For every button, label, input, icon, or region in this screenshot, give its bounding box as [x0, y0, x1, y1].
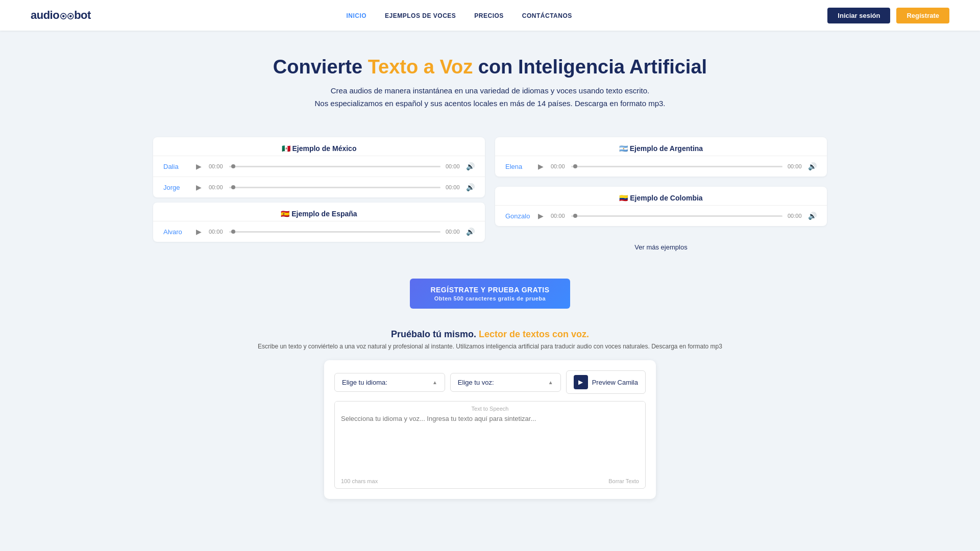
- example-espana: 🇪🇸 Ejemplo de España Alvaro ▶ 00:00 00:0…: [153, 203, 485, 242]
- dalia-time-start: 00:00: [209, 163, 224, 169]
- colombia-header: 🇨🇴 Ejemplo de Colombia: [495, 187, 827, 205]
- volume-gonzalo[interactable]: 🔊: [808, 212, 817, 220]
- elena-time-start: 00:00: [551, 163, 566, 169]
- chars-max-label: 100 chars max: [341, 478, 378, 484]
- dalia-bar[interactable]: [229, 166, 440, 167]
- audio-row-gonzalo: Gonzalo ▶ 00:00 00:00 🔊: [495, 205, 827, 226]
- logo: audio⦿⦿bot: [31, 9, 91, 22]
- voice-chevron-up-icon: ▲: [548, 380, 553, 385]
- navbar: audio⦿⦿bot INICIO EJEMPLOS DE VOCES PREC…: [0, 0, 980, 31]
- cta-section: REGÍSTRATE Y PRUEBA GRATIS Obten 500 car…: [0, 268, 980, 314]
- gonzalo-time-end: 00:00: [788, 213, 803, 219]
- voice-dalia: Dalia: [163, 163, 189, 170]
- try-title-link[interactable]: Lector de textos con voz.: [479, 329, 589, 339]
- hero-title-prefix: Convierte: [273, 56, 368, 78]
- textarea-footer: 100 chars max Borrar Texto: [335, 476, 645, 488]
- cta-label: REGÍSTRATE Y PRUEBA GRATIS: [430, 286, 549, 294]
- nav-contactanos[interactable]: CONTÁCTANOS: [522, 12, 572, 19]
- tts-textarea[interactable]: [335, 413, 645, 474]
- example-argentina: 🇦🇷 Ejemplo de Argentina Elena ▶ 00:00 00…: [495, 137, 827, 177]
- logo-bot-text: bot: [74, 9, 91, 21]
- voice-select-label: Elige tu voz:: [458, 379, 494, 386]
- voice-gonzalo: Gonzalo: [505, 212, 531, 220]
- converter-controls: Elige tu idioma: ▲ Elige tu voz: ▲ ▶ Pre…: [334, 370, 646, 394]
- examples-left: 🇲🇽 Ejemplo de México Dalia ▶ 00:00 00:00…: [153, 137, 485, 258]
- navbar-actions: Iniciar sesión Regístrate: [827, 8, 949, 23]
- try-section: Pruébalo tú mismo. Lector de textos con …: [0, 314, 980, 519]
- hero-title-highlight: Texto a Voz: [368, 56, 473, 78]
- language-select[interactable]: Elige tu idioma: ▲: [334, 373, 445, 392]
- hero-title-suffix: con Inteligencia Artificial: [473, 56, 707, 78]
- jorge-time-end: 00:00: [446, 184, 461, 190]
- converter-widget: Elige tu idioma: ▲ Elige tu voz: ▲ ▶ Pre…: [324, 360, 656, 499]
- gonzalo-bar[interactable]: [571, 215, 782, 217]
- play-elena[interactable]: ▶: [536, 162, 546, 170]
- argentina-header: 🇦🇷 Ejemplo de Argentina: [495, 137, 827, 156]
- wifi-icon: ⦿⦿: [60, 12, 74, 20]
- textarea-container: Text to Speech 100 chars max Borrar Text…: [334, 401, 646, 489]
- espana-header: 🇪🇸 Ejemplo de España: [153, 203, 485, 221]
- language-select-label: Elige tu idioma:: [342, 379, 387, 386]
- play-gonzalo[interactable]: ▶: [536, 212, 546, 220]
- nav-inicio[interactable]: INICIO: [346, 12, 366, 19]
- audio-row-elena: Elena ▶ 00:00 00:00 🔊: [495, 156, 827, 177]
- alvaro-bar[interactable]: [229, 231, 440, 233]
- preview-button[interactable]: ▶ Preview Camila: [566, 370, 646, 394]
- voice-jorge: Jorge: [163, 184, 189, 191]
- try-title-prefix: Pruébalo tú mismo.: [391, 329, 479, 339]
- try-title: Pruébalo tú mismo. Lector de textos con …: [10, 329, 970, 340]
- gonzalo-time-start: 00:00: [551, 213, 566, 219]
- examples-right: 🇦🇷 Ejemplo de Argentina Elena ▶ 00:00 00…: [495, 137, 827, 258]
- volume-dalia[interactable]: 🔊: [466, 162, 475, 170]
- register-button[interactable]: Regístrate: [896, 8, 949, 23]
- voice-elena: Elena: [505, 163, 531, 170]
- volume-elena[interactable]: 🔊: [808, 162, 817, 170]
- try-description: Escribe un texto y conviértelo a una voz…: [10, 343, 970, 350]
- textarea-label: Text to Speech: [335, 402, 645, 413]
- alvaro-time-end: 00:00: [446, 229, 461, 235]
- alvaro-time-start: 00:00: [209, 229, 224, 235]
- cta-sublabel: Obten 500 caracteres gratis de prueba: [430, 295, 549, 302]
- audio-row-alvaro: Alvaro ▶ 00:00 00:00 🔊: [153, 221, 485, 242]
- hero-subtitle2: Nos especializamos en español y sus acen…: [10, 99, 970, 108]
- examples-section: 🇲🇽 Ejemplo de México Dalia ▶ 00:00 00:00…: [133, 127, 847, 268]
- nav-links: INICIO EJEMPLOS DE VOCES PRECIOS CONTÁCT…: [346, 11, 572, 20]
- hero-title: Convierte Texto a Voz con Inteligencia A…: [10, 56, 970, 78]
- mexico-header: 🇲🇽 Ejemplo de México: [153, 137, 485, 156]
- nav-ejemplos[interactable]: EJEMPLOS DE VOCES: [385, 12, 456, 19]
- nav-precios[interactable]: PRECIOS: [474, 12, 504, 19]
- play-alvaro[interactable]: ▶: [194, 228, 204, 236]
- hero-subtitle1: Crea audios de manera instantánea en una…: [10, 86, 970, 95]
- elena-bar[interactable]: [571, 166, 782, 167]
- play-dalia[interactable]: ▶: [194, 162, 204, 170]
- logo-audio-text: audio: [31, 9, 59, 21]
- elena-time-end: 00:00: [788, 163, 803, 169]
- jorge-time-start: 00:00: [209, 184, 224, 190]
- audio-row-jorge: Jorge ▶ 00:00 00:00 🔊: [153, 177, 485, 197]
- voice-alvaro: Alvaro: [163, 228, 189, 236]
- jorge-bar[interactable]: [229, 187, 440, 188]
- dalia-time-end: 00:00: [446, 163, 461, 169]
- preview-label: Preview Camila: [592, 379, 638, 386]
- volume-alvaro[interactable]: 🔊: [466, 228, 475, 236]
- ver-mas-link[interactable]: Ver más ejemplos: [495, 236, 827, 258]
- voice-select[interactable]: Elige tu voz: ▲: [450, 373, 561, 392]
- example-mexico: 🇲🇽 Ejemplo de México Dalia ▶ 00:00 00:00…: [153, 137, 485, 197]
- play-jorge[interactable]: ▶: [194, 183, 204, 191]
- example-colombia: 🇨🇴 Ejemplo de Colombia Gonzalo ▶ 00:00 0…: [495, 187, 827, 226]
- login-button[interactable]: Iniciar sesión: [827, 8, 890, 23]
- hero-section: Convierte Texto a Voz con Inteligencia A…: [0, 31, 980, 127]
- language-chevron-up-icon: ▲: [432, 380, 437, 385]
- volume-jorge[interactable]: 🔊: [466, 183, 475, 191]
- cta-button[interactable]: REGÍSTRATE Y PRUEBA GRATIS Obten 500 car…: [410, 279, 570, 309]
- clear-text-button[interactable]: Borrar Texto: [608, 478, 639, 484]
- audio-row-dalia: Dalia ▶ 00:00 00:00 🔊: [153, 156, 485, 177]
- preview-play-icon: ▶: [574, 375, 588, 389]
